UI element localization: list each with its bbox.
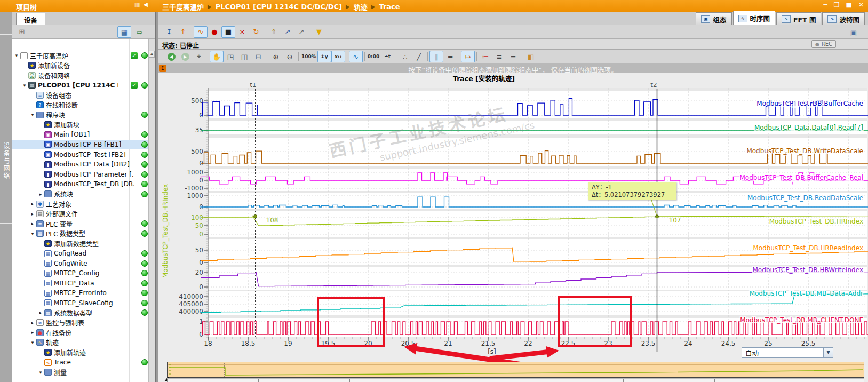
export-measurement-alt-icon[interactable]: ↗ [294,26,308,38]
signal-label[interactable]: ModbusTCP_Data.Data[0].Read[7] [754,124,863,131]
vertical-cursors-icon[interactable]: ‖ [429,51,443,62]
tree-item-Trace[interactable]: ∿Trace [12,357,149,367]
signal-label[interactable]: ModbusTCP_Test_DB.HRWriteIndex [752,266,863,274]
overview-ruler[interactable] [167,378,864,382]
tree-item-ModbusTCP-Test-FB2-[interactable]: ▣ModbusTCP_Test [FB2] [12,150,149,160]
left-dock-strip[interactable]: 设备与网络 [0,12,12,382]
signal-label[interactable]: ModbusTCP_Test_DB.BufferCache [756,100,863,107]
tree-expander-icon[interactable]: ▾ [14,53,19,58]
tree-item-添加新设备[interactable]: ★添加新设备 [12,61,149,70]
panel-collapse-icon[interactable]: ◀ [143,1,150,8]
pan-icon[interactable]: ✋ [210,51,224,62]
tree-expander-icon[interactable]: ▸ [30,211,35,217]
tree-item-MBTCP-Config[interactable]: ▦MBTCP_Config [12,268,149,278]
sync-online-icon[interactable]: ⇨ [133,26,147,38]
scroll-up-icon[interactable]: ▲ [149,51,155,58]
trace-chart-plot[interactable]: 500035500010000-100010000100500500200410… [160,83,868,382]
time-axis-mode-dropdown[interactable]: 自动 ▼ [742,347,833,358]
tree-item-程序块[interactable]: ▾程序块 [12,110,149,120]
tree-item-系统块[interactable]: ▸系统块 [12,189,149,199]
snap-to-samples-icon[interactable]: ↦ [461,51,475,62]
tree-expander-icon[interactable]: ▸ [30,221,35,226]
tree-expander-icon[interactable]: ▸ [30,201,35,206]
tree-item-ModbusTCP-FB-FB1-[interactable]: ▣ModbusTCP_FB [FB1] [12,140,149,149]
download-trace-icon[interactable]: ↧ [162,26,176,38]
zoom-value-icon[interactable]: ⊟ [251,51,265,62]
close-button[interactable]: ✕ [858,1,864,9]
upload-trace-icon[interactable]: ↥ [176,26,190,38]
interpolation-icon[interactable]: ╱ [412,51,426,62]
tree-item-ModbusTCP-Parameter-[interactable]: ▮ModbusTCP_Parameter [... [12,170,149,179]
undo-zoom-icon[interactable]: ◀ [164,51,178,62]
signal-label[interactable]: ModbusTCP_Test_DB.BufferCache_Real [739,174,863,181]
project-tree[interactable]: ▾三千度高温炉✓★添加新设备品设备和网络▾▦PLCOP01 [CPU 1214C… [12,39,155,382]
details-view-icon[interactable]: ▦ [117,26,131,38]
tree-item-PLC-数据类型[interactable]: ▾▦PLC 数据类型 [12,229,149,238]
tree-item-PLCOP01-CPU-1214C-DC-DC-DC-[interactable]: ▾▦PLCOP01 [CPU 1214C DC/DC/DC]✓ [12,81,149,90]
zoom-area-icon[interactable]: ◳ [224,51,237,62]
auto-repeat-icon[interactable]: ↻ [249,26,263,38]
tree-settings-icon[interactable]: ⊞ [15,26,29,38]
tree-expander-icon[interactable]: ▸ [30,320,35,325]
zoom-in-icon[interactable]: ⊕ [269,51,283,62]
tree-item-工艺对象[interactable]: ▸✱工艺对象 [12,199,149,209]
restore-view-icon[interactable]: ↥ [159,65,166,72]
tree-item-在线和诊断[interactable]: ?在线和诊断 [12,100,149,110]
tree-expander-icon[interactable]: ▾ [30,112,35,117]
legend-left-icon[interactable]: ≡ [492,51,506,62]
legend-icon[interactable]: ≔ [479,51,492,62]
tab-组态[interactable]: ▣组态 [696,12,731,25]
fit-signals-icon[interactable]: ∿ [349,51,363,62]
signal-label[interactable]: ModbusTCP_Test_DB.WriteDataScale [746,147,863,155]
zoom-time-icon[interactable]: ◫ [237,51,251,62]
discard-icon[interactable]: × [235,26,249,38]
background-color-icon[interactable]: ◧ [524,51,538,62]
restore-button[interactable]: ❐ [834,1,840,9]
tree-expander-icon[interactable]: ▸ [38,192,43,197]
fit-x-icon[interactable]: x↔ [331,51,345,62]
tree-item-MBTCP-SlaveCofig[interactable]: ▦MBTCP_SlaveCofig [12,298,149,308]
tree-item-MBTCP-ErrorInfo[interactable]: ▦MBTCP_ErrorInfo [12,288,149,298]
stop-icon[interactable]: ■ [221,26,235,38]
tree-item-Main-OB1-[interactable]: ▣Main [OB1] [12,130,149,139]
save-measurement-icon[interactable]: ⇑ [267,26,281,38]
tree-item-设备和网络[interactable]: 品设备和网络 [12,70,149,80]
time-absolute-icon[interactable]: 0:00 [367,51,380,62]
monitor-icon[interactable]: ∿ [194,26,208,38]
tree-item-外部源文件[interactable]: ▸▤外部源文件 [12,209,149,219]
panel-header-icons[interactable]: ▥◀ [134,1,151,8]
tree-item-ModbusTCP-Test-DB-DB-[interactable]: ▮ModbusTCP_Test_DB [DB... [12,179,149,189]
tree-expander-icon[interactable]: ▾ [38,370,43,375]
tree-expander-icon[interactable]: ▸ [30,330,35,335]
tree-item-轨迹[interactable]: ▾∿轨迹 [12,338,149,347]
record-icon[interactable]: ● [208,26,221,38]
time-offset-icon[interactable]: ±t [380,51,394,62]
tree-item-系统数据类型[interactable]: ▸▦系统数据类型 [12,308,149,317]
signal-label[interactable]: ModbusTCP_Test_DB.MB_Data_Addr [750,290,863,297]
signal-label[interactable]: ModbusTCP_Test_DB.ReadDataScale [747,194,863,202]
breadcrumb-item[interactable]: PLCOP01 [CPU 1214C DC/DC/DC] [216,3,342,11]
filter-icon[interactable]: ▼ [312,26,326,38]
tree-item-在线备份[interactable]: ▸●在线备份 [12,328,149,337]
horizontal-cursors-icon[interactable]: ═ [443,51,457,62]
zoom-100-icon[interactable]: 100% [300,51,317,62]
tab-FFT 图[interactable]: ∿FFT 图 [776,12,821,25]
tab-波特图[interactable]: ∿波特图 [822,12,865,25]
tree-item-添加新块[interactable]: ★添加新块 [12,120,149,130]
tree-item-MBTCP-Data[interactable]: ▦MBTCP_Data [12,278,149,288]
tab-时序图[interactable]: ∿时序图 [733,11,776,25]
breadcrumb-item[interactable]: 轨迹 [354,2,368,12]
tree-expander-icon[interactable]: ▸ [38,310,43,315]
tree-item-测量[interactable]: ▾测量 [12,368,149,377]
tree-item-监控与强制表[interactable]: ▸∞监控与强制表 [12,318,149,328]
chevron-down-icon[interactable]: ▼ [823,348,833,357]
split-editor-icon[interactable]: ▣ [847,27,861,38]
maximize-button[interactable]: ■ [846,1,852,9]
fit-y-icon[interactable]: ↕y [317,51,331,62]
signal-label[interactable]: ModbusTCP_Test_DB.HRReadIndex [753,244,864,252]
tree-item-CofigRead[interactable]: ▦CofigRead [12,249,149,258]
tree-item-添加新轨迹[interactable]: ★添加新轨迹 [12,348,149,357]
tree-item-三千度高温炉[interactable]: ▾三千度高温炉✓ [12,51,149,60]
signal-label[interactable]: ModbusTCP_Test_DB.HRIndex [769,218,863,225]
panel-layout-icon[interactable]: ▥ [134,1,143,8]
